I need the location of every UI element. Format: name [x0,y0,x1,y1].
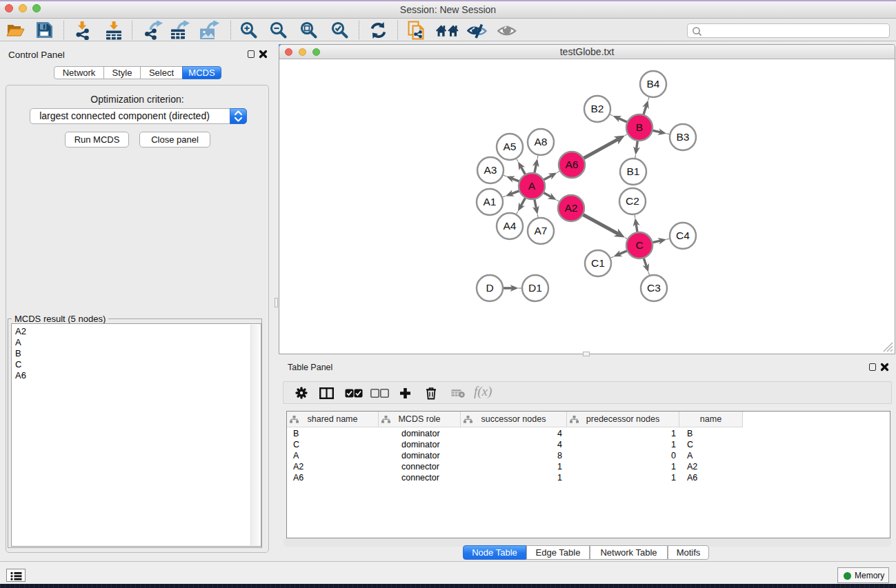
svg-text:A2: A2 [565,202,578,214]
svg-text:A1: A1 [484,196,497,207]
svg-text:A6: A6 [566,159,579,170]
svg-text:C2: C2 [626,195,639,207]
svg-text:C4: C4 [676,230,690,241]
svg-text:A: A [528,180,536,192]
svg-text:D: D [486,282,493,294]
svg-text:A5: A5 [504,141,517,152]
svg-text:A7: A7 [535,225,548,236]
svg-text:C3: C3 [647,282,661,294]
svg-text:A8: A8 [535,136,548,148]
svg-text:B: B [636,121,643,133]
svg-text:D1: D1 [528,282,542,294]
svg-text:B1: B1 [627,165,640,177]
svg-text:C: C [635,239,643,251]
svg-text:B2: B2 [591,103,604,114]
svg-text:A4: A4 [504,220,517,232]
svg-text:A3: A3 [484,164,497,176]
svg-text:C1: C1 [591,257,605,269]
svg-text:B3: B3 [677,131,690,143]
svg-text:B4: B4 [647,78,660,90]
